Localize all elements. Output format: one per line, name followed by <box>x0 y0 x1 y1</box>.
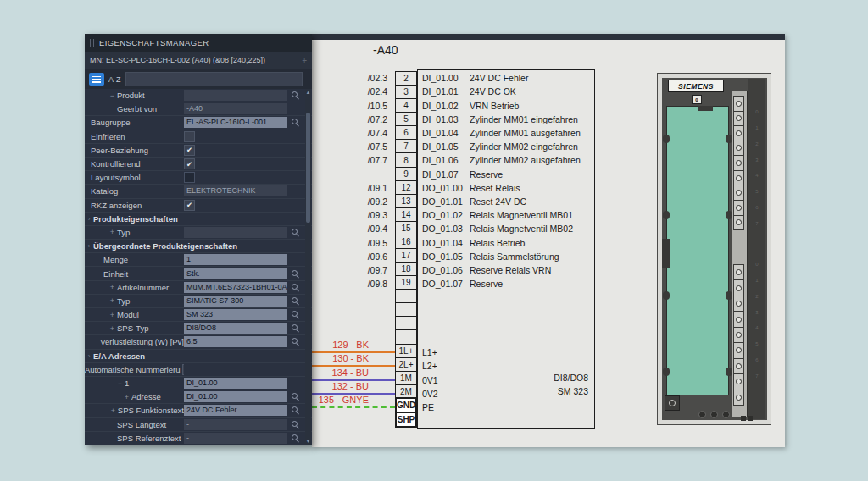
terminal-screw <box>733 279 744 296</box>
collapse-icon[interactable]: − <box>108 91 117 100</box>
property-value-field[interactable] <box>184 227 287 238</box>
expand-icon[interactable]: + <box>108 324 117 333</box>
search-icon[interactable] <box>291 420 300 429</box>
section-caret-icon[interactable]: › <box>85 242 93 250</box>
property-value-field[interactable] <box>184 90 287 101</box>
property-label: 1 <box>125 379 129 388</box>
property-value-field[interactable]: EL-AS-PLC-16IO-L-001 <box>184 117 287 128</box>
terminal-strip <box>732 91 748 417</box>
filter-input[interactable] <box>125 72 303 86</box>
property-label: SPS Langtext <box>117 420 166 429</box>
label-notch <box>663 291 670 300</box>
property-value-field[interactable]: ELEKTROTECHNIK <box>184 185 287 196</box>
terminal-cell: 5 <box>395 112 417 126</box>
search-icon[interactable] <box>291 310 300 319</box>
channel-function-text: Relais Magnetventil MB01 <box>470 210 573 220</box>
expand-icon[interactable]: + <box>108 296 117 305</box>
terminal-cell: 7 <box>395 139 417 153</box>
property-value-field[interactable]: 1 <box>184 254 287 265</box>
panel-subtitle-bar: MN: EL-SC-PLC-16CH-L-002 (A40) (&08 [240… <box>85 52 312 69</box>
property-checkbox[interactable] <box>184 131 195 142</box>
property-checkbox[interactable]: ✔ <box>184 158 195 169</box>
expand-icon[interactable]: + <box>122 393 131 401</box>
property-value-zone: 6.5 <box>184 336 312 347</box>
channel-address: DI_01.07 <box>422 169 470 180</box>
property-checkbox[interactable]: ✔ <box>184 200 195 211</box>
channel-function-text: Zylinder MM01 ausgefahren <box>470 128 581 138</box>
cross-reference: /02.4 <box>312 85 392 98</box>
property-row: Kontrollierend✔ <box>85 158 312 171</box>
property-value-field[interactable]: - <box>184 433 287 444</box>
sort-az-button[interactable]: A-Z <box>108 75 121 84</box>
property-value-zone: 24V DC Fehler <box>184 405 312 416</box>
channel-digit: 3 <box>748 152 765 168</box>
channel-address: DI_01.01 <box>422 86 470 97</box>
property-checkbox[interactable] <box>184 172 195 183</box>
cross-reference: /07.7 <box>312 153 392 167</box>
property-value-field[interactable]: DI_01.00 <box>184 391 287 402</box>
property-row: Automatische Nummerieru✔ <box>85 363 312 377</box>
scroll-thumb[interactable] <box>306 113 310 223</box>
cross-reference: /09.4 <box>312 222 392 235</box>
channel-address: DI_01.00 <box>422 73 470 83</box>
panel-scrollbar[interactable]: ▲ ▼ <box>305 89 311 445</box>
empty-terminal-cell <box>395 289 417 303</box>
property-value-field[interactable]: DI8/DO8 <box>184 323 287 334</box>
cross-reference <box>312 167 392 180</box>
search-icon[interactable] <box>291 392 300 401</box>
property-value-zone: DI_01.00 <box>184 391 312 402</box>
channel-address: DI_01.03 <box>422 114 470 124</box>
property-value-field[interactable]: SIMATIC S7-300 <box>184 296 287 307</box>
property-label-zone: RKZ anzeigen <box>85 201 184 210</box>
section-caret-icon[interactable]: › <box>85 352 93 360</box>
property-value-field[interactable]: Stk. <box>184 268 287 279</box>
property-label-zone: Verlustleistung (W) [Pv] <box>85 337 184 346</box>
panel-grip-icon[interactable] <box>90 39 94 47</box>
property-value-zone: Stk. <box>184 268 312 279</box>
search-icon[interactable] <box>291 269 300 279</box>
search-icon[interactable] <box>291 434 300 443</box>
property-value-field[interactable]: MuM.MT.6ES7323-1BH01-0AA0 <box>184 282 287 293</box>
expand-icon[interactable]: + <box>108 283 117 291</box>
panel-expand-icon[interactable]: + <box>302 56 307 65</box>
channel-digit: 2 <box>748 289 765 305</box>
section-label: Produkteigenschaften <box>93 214 178 224</box>
panel-title-bar[interactable]: EIGENSCHAFTSMANAGER <box>85 34 312 52</box>
search-icon[interactable] <box>291 91 300 100</box>
property-label-zone: +Artikelnummer <box>85 283 184 292</box>
property-value-field[interactable]: 24V DC Fehler <box>184 405 287 416</box>
property-value-field[interactable]: 6.5 <box>184 336 287 347</box>
channel-digit: 7 <box>748 368 765 384</box>
search-icon[interactable] <box>291 337 300 346</box>
scroll-down-icon[interactable]: ▼ <box>306 438 311 445</box>
property-checkbox[interactable]: ✔ <box>182 364 184 375</box>
scroll-up-icon[interactable]: ▲ <box>306 89 311 97</box>
search-icon[interactable] <box>291 283 300 292</box>
property-row: Einfrieren <box>85 130 312 144</box>
list-view-button[interactable] <box>89 73 104 86</box>
search-icon[interactable] <box>291 228 300 237</box>
section-caret-icon[interactable]: › <box>85 215 93 223</box>
property-value-zone: SIMATIC S7-300 <box>184 296 312 307</box>
terminal-screw <box>733 342 744 358</box>
property-label-zone: Einfrieren <box>85 132 184 141</box>
property-value-zone: ✔ <box>184 200 312 211</box>
property-value-field[interactable]: DI_01.00 <box>184 378 287 389</box>
search-icon[interactable] <box>291 118 300 127</box>
property-checkbox[interactable]: ✔ <box>184 145 195 156</box>
property-label: Produkt <box>117 91 145 100</box>
power-terminal-cell: 1L+ <box>395 344 417 358</box>
expand-icon[interactable]: + <box>108 406 118 415</box>
expand-icon[interactable]: + <box>108 228 117 236</box>
search-icon[interactable] <box>291 296 300 306</box>
collapse-icon[interactable]: − <box>115 379 125 388</box>
property-value-field[interactable]: -A40 <box>184 103 287 114</box>
expand-icon[interactable]: + <box>108 311 117 319</box>
wire-number-label: 132 - BU <box>314 381 369 391</box>
property-label: Baugruppe <box>91 118 130 127</box>
search-icon[interactable] <box>291 406 300 415</box>
channel-rows: DI_01.0024V DC FehlerDI_01.0124V DC OKDI… <box>422 71 592 290</box>
property-value-field[interactable]: SM 323 <box>184 309 287 320</box>
property-value-field[interactable]: - <box>184 419 287 430</box>
search-icon[interactable] <box>291 323 300 333</box>
